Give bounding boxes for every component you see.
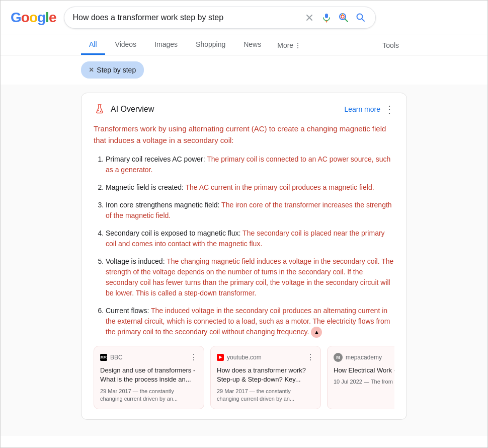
svg-point-3 <box>341 15 344 18</box>
search-submit-button[interactable] <box>354 11 367 24</box>
tab-all[interactable]: All <box>81 35 105 55</box>
tab-videos[interactable]: Videos <box>107 35 145 55</box>
ai-item-title: Magnetic field is created: <box>106 183 184 191</box>
ai-item-desc: The AC current in the primary coil produ… <box>184 183 374 191</box>
learn-more-button[interactable]: Learn more <box>344 105 380 113</box>
tab-more[interactable]: More ⋮ <box>271 36 307 54</box>
main-content: AI Overview Learn more ⋮ Transformers wo… <box>1 85 487 436</box>
source-card-header: ▶ youtube.com ⋮ <box>217 352 314 362</box>
source-favicon: M <box>334 353 343 362</box>
ai-more-options-button[interactable]: ⋮ <box>384 103 394 115</box>
tab-shopping[interactable]: Shopping <box>188 35 233 55</box>
source-domain: BBC <box>110 354 123 361</box>
chip-close-icon: × <box>89 65 94 74</box>
ai-items-list: Primary coil receives AC power: The prim… <box>94 154 394 338</box>
lens-button[interactable] <box>337 11 350 24</box>
source-card[interactable]: BBC BBC ⋮ Design and use of transformers… <box>94 346 204 409</box>
source-date: 29 Mar 2017 — the constantly changing cu… <box>100 388 198 403</box>
tab-images[interactable]: Images <box>146 35 186 55</box>
search-icon <box>355 12 366 23</box>
flask-icon <box>94 103 106 115</box>
clear-button[interactable] <box>303 11 316 24</box>
voice-search-button[interactable] <box>320 11 333 24</box>
more-label: More <box>277 41 293 49</box>
ai-overview-actions: Learn more ⋮ <box>344 103 394 115</box>
nav-tabs: All Videos Images Shopping News More ⋮ T… <box>1 35 487 55</box>
source-date: 10 Jul 2022 — The from the primary <box>334 378 394 386</box>
source-title: How Electrical Work - MEP Ac <box>334 366 394 375</box>
source-title: How does a transformer work? Step-up & S… <box>217 366 314 384</box>
source-favicon: BBC <box>100 354 107 361</box>
clear-icon <box>304 12 315 23</box>
ai-list-item: Primary coil receives AC power: The prim… <box>106 154 394 175</box>
source-more-button[interactable]: ⋮ <box>190 352 198 362</box>
source-info: BBC BBC <box>100 354 123 361</box>
ai-item-title: Iron core strengthens magnetic field: <box>106 201 219 209</box>
source-info: M mepacademy <box>334 353 382 362</box>
ai-list-item: Voltage is induced: The changing magneti… <box>106 256 394 298</box>
source-card-header: M mepacademy ⋮ <box>334 352 394 362</box>
ai-overview-label: AI Overview <box>111 105 154 114</box>
step-by-step-filter-chip[interactable]: × Step by step <box>81 61 144 79</box>
source-card-header: BBC BBC ⋮ <box>100 352 198 362</box>
source-info: ▶ youtube.com <box>217 354 262 361</box>
source-date: 29 Mar 2017 — the constantly changing cu… <box>217 388 314 403</box>
filter-area: × Step by step <box>1 55 487 85</box>
svg-point-7 <box>100 111 101 112</box>
ai-item-title: Primary coil receives AC power: <box>106 155 205 163</box>
source-card[interactable]: ▶ youtube.com ⋮ How does a transformer w… <box>210 346 321 409</box>
ai-overview-card: AI Overview Learn more ⋮ Transformers wo… <box>81 93 407 420</box>
search-box <box>64 7 376 29</box>
source-title: Design and use of transformers - What is… <box>100 366 198 384</box>
chip-label: Step by step <box>97 66 136 74</box>
tab-news[interactable]: News <box>235 35 269 55</box>
svg-point-6 <box>98 110 99 111</box>
ai-intro-text: Transformers work by using alternating c… <box>94 123 394 146</box>
source-domain: youtube.com <box>227 354 262 361</box>
ai-overview-title: AI Overview <box>94 103 154 115</box>
google-logo[interactable]: Google <box>11 10 56 26</box>
ai-list-item: Iron core strengthens magnetic field: Th… <box>106 200 394 221</box>
ai-list-item: Secondary coil is exposed to magnetic fl… <box>106 228 394 249</box>
lens-icon <box>338 12 349 23</box>
ai-item-title: Current flows: <box>106 307 149 315</box>
tab-tools[interactable]: Tools <box>374 36 407 54</box>
more-dots-icon: ⋮ <box>294 41 301 49</box>
source-favicon: ▶ <box>217 354 224 361</box>
source-domain: mepacademy <box>346 354 382 361</box>
source-cards: BBC BBC ⋮ Design and use of transformers… <box>94 346 394 409</box>
ai-list-item: Current flows: The induced voltage in th… <box>106 306 394 338</box>
ai-item-title: Voltage is induced: <box>106 257 165 265</box>
svg-rect-0 <box>325 14 328 18</box>
ai-overview-header: AI Overview Learn more ⋮ <box>94 103 394 115</box>
search-input[interactable] <box>72 13 299 22</box>
ai-item-title: Secondary coil is exposed to magnetic fl… <box>106 229 240 237</box>
ai-list-item: Magnetic field is created: The AC curren… <box>106 182 394 193</box>
header: Google <box>1 1 487 35</box>
collapse-ai-button[interactable]: ▲ <box>311 327 322 338</box>
source-more-button[interactable]: ⋮ <box>306 352 314 362</box>
source-card[interactable]: M mepacademy ⋮ How Electrical Work - MEP… <box>327 346 394 409</box>
microphone-icon <box>321 12 332 23</box>
svg-rect-1 <box>325 22 328 22</box>
